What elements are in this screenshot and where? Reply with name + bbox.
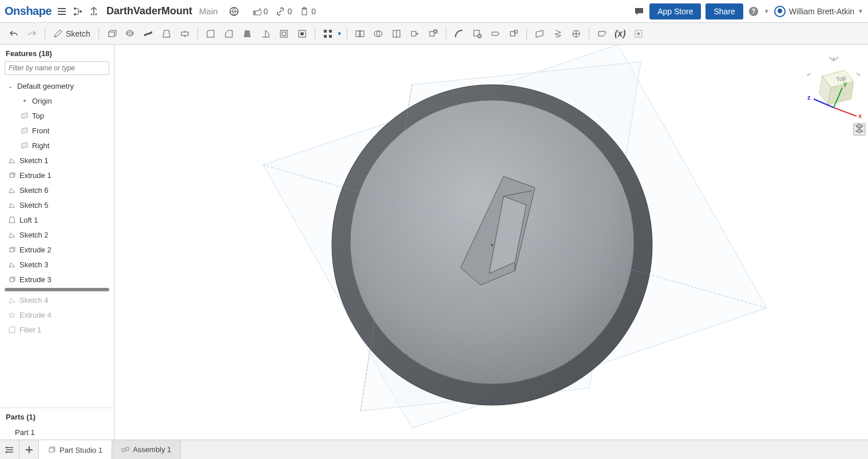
svg-point-62 bbox=[5, 446, 7, 448]
copies-stat[interactable]: 0 bbox=[300, 7, 316, 16]
sketch-button[interactable]: Sketch bbox=[50, 29, 94, 38]
tab-part-studio[interactable]: Part Studio 1 bbox=[39, 440, 112, 459]
onshape-logo[interactable]: Onshape bbox=[5, 5, 51, 18]
insert-icon[interactable] bbox=[88, 6, 100, 17]
svg-rect-38 bbox=[10, 278, 14, 282]
mate-connector-button[interactable] bbox=[568, 26, 584, 42]
feature-item-suppressed[interactable]: Extrude 4 bbox=[0, 307, 114, 322]
helix-button[interactable] bbox=[550, 26, 566, 42]
hamburger-icon[interactable] bbox=[56, 6, 68, 17]
chamfer-button[interactable] bbox=[221, 26, 237, 42]
document-title[interactable]: DarthVaderMount bbox=[106, 5, 192, 17]
replace-face-button[interactable] bbox=[506, 26, 522, 42]
feature-item[interactable]: Extrude 2 bbox=[0, 242, 114, 257]
avatar-icon bbox=[774, 6, 786, 17]
delete-face-button[interactable] bbox=[469, 26, 485, 42]
share-button[interactable]: Share bbox=[706, 3, 743, 19]
plane-icon bbox=[21, 112, 29, 120]
modify-fillet-button[interactable] bbox=[451, 26, 467, 42]
svg-rect-17 bbox=[324, 30, 327, 33]
front-plane-item[interactable]: Front bbox=[0, 123, 114, 138]
undo-button[interactable] bbox=[6, 26, 22, 42]
origin-label: Origin bbox=[32, 97, 52, 105]
transform-button[interactable] bbox=[407, 26, 423, 42]
draft-button[interactable] bbox=[239, 26, 255, 42]
thicken-button[interactable] bbox=[177, 26, 193, 42]
feature-item[interactable]: Extrude 3 bbox=[0, 272, 114, 287]
right-plane-item[interactable]: Right bbox=[0, 138, 114, 153]
pattern-dropdown[interactable]: ▼ bbox=[337, 31, 342, 37]
tree-icon[interactable] bbox=[72, 6, 84, 17]
custom-feature-button[interactable] bbox=[631, 26, 647, 42]
default-geometry-folder[interactable]: ⌄ Default geometry bbox=[0, 78, 114, 93]
top-plane-item[interactable]: Top bbox=[0, 108, 114, 123]
rib-button[interactable] bbox=[257, 26, 274, 42]
svg-rect-66 bbox=[126, 448, 129, 450]
plane-button[interactable] bbox=[532, 26, 548, 42]
delete-part-button[interactable] bbox=[425, 26, 441, 42]
part-item[interactable]: Part 1 bbox=[0, 425, 114, 440]
svg-point-2 bbox=[80, 10, 82, 13]
feature-item[interactable]: Loft 1 bbox=[0, 212, 114, 227]
parts-title: Parts (1) bbox=[0, 408, 114, 425]
svg-rect-64 bbox=[49, 448, 54, 452]
add-tab-button[interactable] bbox=[19, 440, 39, 460]
likes-stat[interactable]: 0 bbox=[252, 7, 268, 16]
extrude-icon bbox=[8, 275, 16, 283]
feature-item[interactable]: Sketch 1 bbox=[0, 153, 114, 168]
boolean-button[interactable] bbox=[352, 26, 368, 42]
sweep-button[interactable] bbox=[140, 26, 156, 42]
feature-item-suppressed[interactable]: Fillet 1 bbox=[0, 322, 114, 337]
svg-point-48 bbox=[491, 244, 493, 246]
comments-icon[interactable] bbox=[633, 6, 645, 17]
help-icon[interactable]: ? bbox=[748, 6, 759, 17]
loft-button[interactable] bbox=[158, 26, 175, 42]
feature-item[interactable]: Extrude 1 bbox=[0, 168, 114, 183]
svg-text:y: y bbox=[843, 80, 847, 87]
revolve-button[interactable] bbox=[122, 26, 138, 42]
feature-item[interactable]: Sketch 2 bbox=[0, 227, 114, 242]
fillet-button[interactable] bbox=[203, 26, 219, 42]
hole-button[interactable] bbox=[294, 26, 310, 42]
chevron-down-icon[interactable]: ⌄ bbox=[8, 83, 13, 89]
extrude-icon bbox=[8, 246, 16, 254]
sketch-label: Sketch bbox=[66, 29, 90, 38]
view-cube[interactable]: Top x y z bbox=[799, 56, 851, 108]
intersect-button[interactable] bbox=[370, 26, 386, 42]
tab-manager-button[interactable] bbox=[0, 440, 19, 460]
svg-rect-6 bbox=[302, 9, 307, 15]
pencil-icon bbox=[53, 29, 62, 38]
user-menu[interactable]: William Brett-Atkin ▼ bbox=[774, 6, 863, 17]
feature-item[interactable]: Sketch 6 bbox=[0, 183, 114, 197]
sheet-metal-button[interactable] bbox=[594, 26, 610, 42]
app-store-button[interactable]: App Store bbox=[649, 3, 701, 19]
tab-assembly[interactable]: Assembly 1 bbox=[112, 440, 181, 459]
3d-viewport[interactable]: Top x y z bbox=[114, 45, 868, 440]
document-branch[interactable]: Main bbox=[199, 6, 218, 16]
pattern-button[interactable] bbox=[320, 26, 336, 42]
rollback-bar[interactable] bbox=[5, 288, 109, 291]
help-dropdown-caret[interactable]: ▼ bbox=[764, 8, 770, 14]
extrude-button[interactable] bbox=[104, 26, 120, 42]
front-plane-label: Front bbox=[32, 126, 49, 135]
feature-item[interactable]: Sketch 5 bbox=[0, 197, 114, 212]
shell-button[interactable] bbox=[276, 26, 292, 42]
globe-icon[interactable] bbox=[228, 6, 240, 17]
top-plane-label: Top bbox=[32, 112, 44, 120]
feature-item-suppressed[interactable]: Sketch 4 bbox=[0, 292, 114, 307]
svg-point-1 bbox=[74, 13, 76, 15]
variable-button[interactable]: (x) bbox=[612, 26, 628, 42]
feature-toolbar: Sketch ▼ (x) bbox=[0, 23, 868, 45]
move-face-button[interactable] bbox=[487, 26, 504, 42]
links-stat[interactable]: 0 bbox=[276, 7, 292, 16]
svg-text:z: z bbox=[807, 94, 811, 101]
feature-item[interactable]: Sketch 3 bbox=[0, 257, 114, 272]
filter-input[interactable] bbox=[5, 61, 109, 75]
copies-count: 0 bbox=[311, 7, 316, 16]
svg-text:x: x bbox=[858, 112, 862, 119]
bottom-tab-bar: Part Studio 1 Assembly 1 bbox=[0, 440, 868, 459]
origin-item[interactable]: Origin bbox=[0, 93, 114, 108]
redo-button[interactable] bbox=[24, 26, 40, 42]
model-view bbox=[114, 45, 868, 440]
split-button[interactable] bbox=[389, 26, 405, 42]
